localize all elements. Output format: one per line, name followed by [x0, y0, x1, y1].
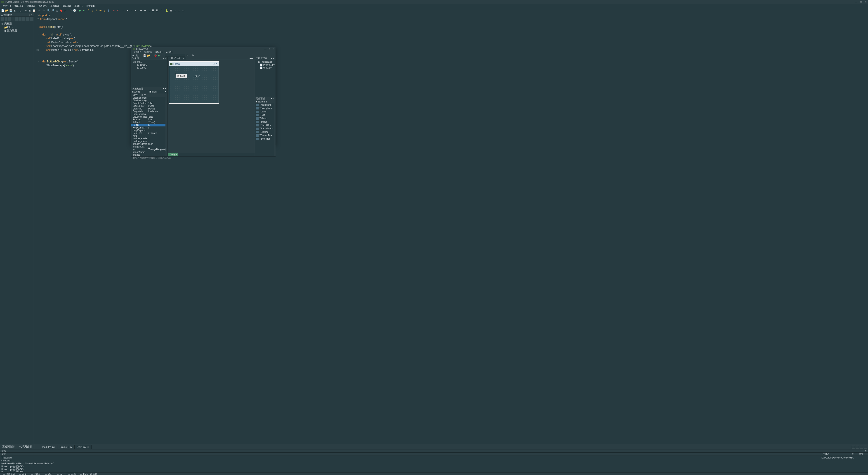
fd-titlebar[interactable]: 窗体设计器 — □ ✕	[131, 47, 276, 51]
palette-TScrollBar[interactable]: TScrollBar	[255, 137, 276, 141]
fd-component-palette[interactable]: ▾ StandardTMainMenuTPopupMenuTLabelTEdit…	[255, 100, 276, 156]
message-row[interactable]: ModuleNotFoundError: No module named 'de…	[1, 462, 822, 465]
palette-TEdit[interactable]: TEdit	[255, 113, 276, 117]
prop-ImageIndex[interactable]: ImageIndex-1	[131, 145, 167, 148]
fd-cut-icon[interactable]: ✂	[132, 54, 135, 57]
prop-DisabledImages[interactable]: DisabledImages	[131, 99, 167, 102]
fd-menu-运行(R)[interactable]: 运行(R)	[164, 51, 175, 54]
step-over-icon[interactable]: ⤵	[90, 9, 94, 12]
fd-tab-unit[interactable]: Unit1.sct ✕	[167, 57, 186, 60]
msg-col-file[interactable]: 文件名	[823, 453, 852, 455]
nav-fwd-icon[interactable]: →	[130, 9, 133, 12]
dock-tab-project-explorer[interactable]: 工程浏览器	[0, 444, 17, 449]
pe-grid-icon[interactable]	[26, 18, 29, 21]
fd-open-icon[interactable]: 📂	[147, 54, 150, 57]
window2-icon[interactable]: ▭	[177, 9, 181, 12]
fd-project-tree[interactable]: ⊟ Project1.xml 📄 Project1.py 📄 Unit1.sct	[255, 60, 276, 97]
prop-ImageName[interactable]: ImageName	[131, 151, 167, 154]
fd-palette-scrollbar[interactable]	[274, 100, 276, 156]
prop-DragMode[interactable]: DragModedmManual	[131, 110, 167, 113]
fd-refresh-icon[interactable]: ↻	[192, 54, 195, 57]
palette-TMainMenu[interactable]: TMainMenu	[255, 103, 276, 107]
menu-工具(T)[interactable]: 工具(T)	[72, 4, 84, 8]
terminal-icon[interactable]: ▣	[169, 9, 173, 12]
print-icon[interactable]: 🖨	[19, 9, 22, 12]
stop-icon[interactable]: ⊘	[116, 9, 120, 12]
paste-icon[interactable]: 📋	[32, 9, 36, 12]
fd-run-icon[interactable]: ▶	[158, 54, 161, 57]
fd-menu-文件(F)[interactable]: 文件(F)	[132, 51, 143, 54]
prop-Images[interactable]: Images	[131, 154, 167, 156]
message-row[interactable]: Traceback	[1, 456, 822, 459]
layout2-icon[interactable]	[856, 446, 859, 449]
fd-menu-视图(V)[interactable]: 视图(V)	[143, 51, 153, 54]
save-icon[interactable]: 💾	[9, 9, 13, 12]
save-all-icon[interactable]: ⎘	[13, 9, 17, 12]
open-file-icon[interactable]: 📂	[5, 9, 8, 12]
design-form[interactable]: Form1 —□✕ Button1 Label1	[169, 61, 219, 104]
clock-icon[interactable]: 🕐	[73, 9, 76, 12]
run-icon[interactable]: ▶	[78, 9, 82, 12]
bookmark-next-icon[interactable]: ⏵	[63, 9, 67, 12]
pe-tree-icon[interactable]	[30, 18, 33, 21]
bottom-tab-输出[interactable]: ▭输出	[55, 473, 66, 475]
form-designer-window[interactable]: 窗体设计器 — □ ✕ 文件(F)视图(V)编辑(E)运行(R) ✂ ⎘ 💾 📂…	[131, 47, 276, 145]
copy-icon[interactable]: ⎘	[28, 9, 32, 12]
prop-DragCursor[interactable]: DragCursorcrDrag	[131, 105, 167, 108]
file-tab-project1[interactable]: Project1.py	[57, 445, 74, 449]
prop-DropDownMenu[interactable]: DropDownMenu	[131, 113, 167, 116]
message-row[interactable]: <module>	[1, 459, 822, 462]
fd-maximize-icon[interactable]: □	[269, 48, 270, 50]
tree-root[interactable]: ⊟ 无标题	[1, 22, 33, 26]
prop-DisabledImageName[interactable]: DisabledImageName	[131, 96, 167, 99]
window3-icon[interactable]: ▭	[181, 9, 185, 12]
record-icon[interactable]: ●	[112, 9, 116, 12]
undo-icon[interactable]: ↶	[37, 9, 41, 12]
nav-fwd-dd-icon[interactable]: ▾	[134, 9, 137, 12]
palette-TButton[interactable]: TButton	[255, 120, 276, 123]
pe-collapse-icon[interactable]	[22, 18, 25, 21]
fd-tab-props[interactable]: 属性	[131, 93, 140, 96]
cut-icon[interactable]: ✂	[24, 9, 28, 12]
prop-ImageAlignment[interactable]: ImageAlignmentiaLeft	[131, 143, 167, 145]
prop-Enabled[interactable]: EnabledTrue	[131, 118, 167, 121]
msg-col-message[interactable]: 信息	[0, 453, 823, 455]
info-close-icon[interactable]: ✕	[865, 450, 867, 452]
layout3-icon[interactable]	[860, 446, 863, 449]
prop-HotImageIndex[interactable]: HotImageIndex-1	[131, 137, 167, 140]
prop-ElevationRequired[interactable]: ElevationRequiredFalse	[131, 116, 167, 118]
menu-运行(R)[interactable]: 运行(R)	[61, 4, 72, 8]
nav-back-dd-icon[interactable]: ▾	[126, 9, 129, 12]
palette-TPopupMenu[interactable]: TPopupMenu	[255, 107, 276, 110]
file-tab-module1[interactable]: module1.py	[40, 445, 57, 449]
step-into-icon[interactable]: ↧	[86, 9, 90, 12]
pe-nav-icon[interactable]	[1, 18, 4, 21]
debug-icon[interactable]: ▸	[82, 9, 86, 12]
message-row[interactable]: Project1.py的语法OK！	[1, 465, 822, 468]
fd-minimize-icon[interactable]: —	[264, 48, 267, 50]
message-row[interactable]: Project1.py的语法OK！	[1, 471, 822, 472]
list-icon[interactable]: ☰	[151, 9, 155, 12]
indent-icon[interactable]: ⇥	[143, 9, 147, 12]
menu-查找(S)[interactable]: 查找(S)	[25, 4, 37, 8]
maximize-button[interactable]: □	[860, 1, 862, 3]
fd-combo[interactable]	[165, 54, 185, 57]
paragraph-icon[interactable]: ¶	[160, 9, 163, 12]
redo-icon[interactable]: ↷	[41, 9, 45, 12]
close-button[interactable]: ✕	[865, 1, 867, 3]
palette-TComboBox[interactable]: TComboBox	[255, 134, 276, 137]
msg-col-line[interactable]: 行	[852, 453, 859, 455]
menu-文件(F)[interactable]: 文件(F)	[1, 4, 13, 8]
palette-TMemo[interactable]: TMemo	[255, 117, 276, 120]
pe-add-icon[interactable]	[19, 18, 22, 21]
list2-icon[interactable]: ☳	[156, 9, 159, 12]
bottom-tab-变量[interactable]: ▭变量	[17, 473, 29, 475]
pe-box-icon[interactable]	[8, 18, 11, 21]
fd-property-grid[interactable]: DisabledImageNameDisabledImagesDoubleBuf…	[131, 96, 167, 156]
panel-close-icon[interactable]: ✕	[31, 14, 33, 16]
file-tab-unit1[interactable]: Unit1.py✕	[74, 445, 92, 449]
design-button1[interactable]: Button1	[176, 74, 187, 78]
palette-category[interactable]: ▾ Standard	[255, 100, 276, 103]
bottom-tab-信息[interactable]: ▭信息	[66, 473, 78, 475]
fd-object-tree[interactable]: ⊟ Form1 ⊡ Button1 ⊡ Label1	[131, 60, 167, 87]
